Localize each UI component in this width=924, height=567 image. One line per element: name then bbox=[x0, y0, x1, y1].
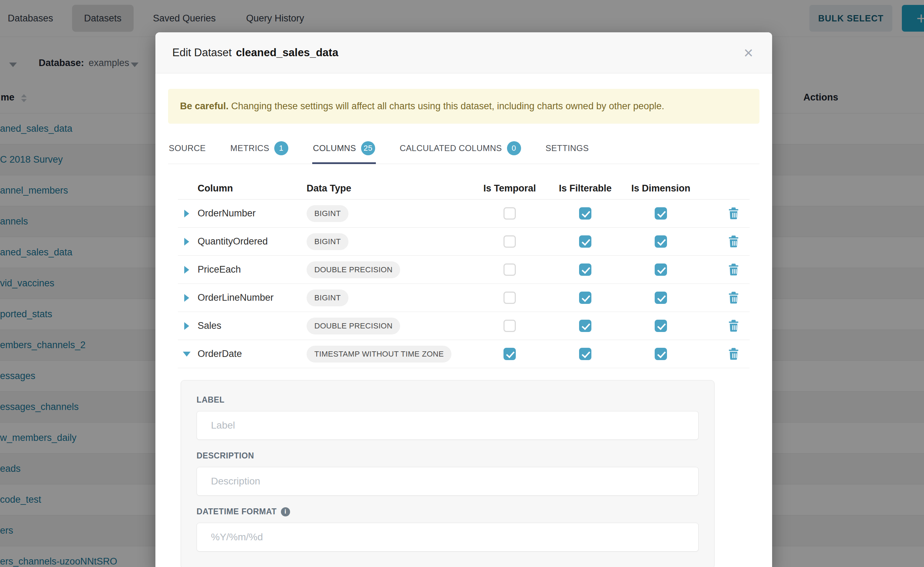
datetime-format-input[interactable] bbox=[197, 523, 698, 552]
description-field-label: DESCRIPTION bbox=[197, 451, 698, 460]
description-input[interactable] bbox=[197, 467, 698, 496]
close-icon[interactable]: × bbox=[742, 44, 755, 61]
tab-settings[interactable]: SETTINGS bbox=[545, 136, 590, 164]
is-dimension-checkbox[interactable] bbox=[655, 348, 667, 360]
column-name: OrderDate bbox=[198, 348, 307, 359]
column-row: Sales DOUBLE PRECISION bbox=[178, 312, 749, 340]
delete-column-button[interactable] bbox=[718, 207, 749, 220]
column-row: OrderDate TIMESTAMP WITHOUT TIME ZONE bbox=[178, 340, 749, 368]
tab-label: COLUMNS bbox=[313, 143, 356, 153]
edit-dataset-modal: Edit Dataset cleaned_sales_data × Be car… bbox=[155, 32, 772, 567]
warning-banner: Be careful. Changing these settings will… bbox=[168, 89, 760, 124]
delete-column-button[interactable] bbox=[718, 320, 749, 332]
is-filterable-checkbox[interactable] bbox=[579, 236, 591, 248]
info-icon[interactable]: i bbox=[281, 507, 290, 516]
column-edit-panel: LABEL DESCRIPTION DATETIME FORMAT i bbox=[181, 380, 715, 567]
is-temporal-checkbox[interactable] bbox=[504, 320, 516, 332]
delete-column-button[interactable] bbox=[718, 264, 749, 276]
column-row: OrderNumber BIGINT bbox=[178, 200, 749, 228]
data-type-pill: BIGINT bbox=[307, 205, 348, 222]
is-dimension-checkbox[interactable] bbox=[655, 292, 667, 304]
is-filterable-checkbox[interactable] bbox=[579, 207, 591, 220]
is-filterable-checkbox[interactable] bbox=[579, 292, 591, 304]
modal-body: Be careful. Changing these settings will… bbox=[155, 74, 772, 567]
description-field-group: DESCRIPTION bbox=[197, 451, 698, 496]
label-field-label: LABEL bbox=[197, 395, 698, 405]
column-header: Column bbox=[198, 183, 307, 194]
column-name: QuantityOrdered bbox=[198, 236, 307, 247]
column-row: OrderLineNumber BIGINT bbox=[178, 284, 749, 312]
tab-calculated-columns[interactable]: CALCULATED COLUMNS 0 bbox=[399, 136, 522, 164]
column-name: OrderNumber bbox=[198, 208, 307, 219]
tab-source[interactable]: SOURCE bbox=[168, 136, 206, 164]
expand-caret-icon[interactable] bbox=[184, 266, 189, 274]
data-type-pill: TIMESTAMP WITHOUT TIME ZONE bbox=[307, 346, 451, 363]
tab-count-badge: 0 bbox=[507, 141, 521, 155]
is-filterable-header: Is Filterable bbox=[548, 183, 623, 194]
datetime-format-field-group: DATETIME FORMAT i bbox=[197, 507, 698, 552]
data-type-pill: DOUBLE PRECISION bbox=[307, 261, 400, 278]
tab-count-badge: 1 bbox=[274, 141, 288, 155]
modal-title-dataset-name: cleaned_sales_data bbox=[236, 46, 338, 59]
columns-table-header: Column Data Type Is Temporal Is Filterab… bbox=[178, 177, 749, 200]
tab-label: CALCULATED COLUMNS bbox=[400, 143, 502, 153]
is-temporal-header: Is Temporal bbox=[472, 183, 548, 194]
warning-bold-text: Be careful. bbox=[180, 101, 229, 111]
is-dimension-checkbox[interactable] bbox=[655, 236, 667, 248]
is-temporal-checkbox[interactable] bbox=[504, 348, 516, 360]
modal-tabs: SOURCE METRICS 1 COLUMNS 25 CALCULATED C… bbox=[168, 136, 760, 164]
is-temporal-checkbox[interactable] bbox=[504, 264, 516, 276]
datetime-format-field-label: DATETIME FORMAT i bbox=[197, 507, 698, 516]
tab-count-badge: 25 bbox=[361, 141, 375, 155]
data-type-header: Data Type bbox=[307, 183, 472, 194]
label-field-group: LABEL bbox=[197, 395, 698, 440]
tab-metrics[interactable]: METRICS 1 bbox=[230, 136, 289, 164]
tab-label: METRICS bbox=[230, 143, 269, 153]
label-input[interactable] bbox=[197, 411, 698, 440]
is-filterable-checkbox[interactable] bbox=[579, 264, 591, 276]
column-row: QuantityOrdered BIGINT bbox=[178, 228, 749, 256]
column-row: PriceEach DOUBLE PRECISION bbox=[178, 256, 749, 284]
data-type-pill: DOUBLE PRECISION bbox=[307, 318, 400, 334]
is-temporal-checkbox[interactable] bbox=[504, 236, 516, 248]
is-temporal-checkbox[interactable] bbox=[504, 207, 516, 220]
columns-table-body: OrderNumber BIGINT QuantityOrdered BIGIN… bbox=[178, 200, 749, 368]
expand-caret-icon[interactable] bbox=[184, 238, 189, 246]
is-dimension-checkbox[interactable] bbox=[655, 320, 667, 332]
warning-text: Changing these settings will affect all … bbox=[229, 101, 664, 111]
tab-label: SETTINGS bbox=[546, 143, 589, 153]
is-filterable-checkbox[interactable] bbox=[579, 348, 591, 360]
column-name: Sales bbox=[198, 320, 307, 331]
is-temporal-checkbox[interactable] bbox=[504, 292, 516, 304]
delete-column-button[interactable] bbox=[718, 292, 749, 304]
modal-title: Edit Dataset bbox=[172, 46, 232, 59]
expand-caret-icon[interactable] bbox=[183, 352, 191, 357]
data-type-pill: BIGINT bbox=[307, 233, 348, 250]
column-name: PriceEach bbox=[198, 264, 307, 275]
expand-caret-icon[interactable] bbox=[184, 210, 189, 218]
is-dimension-checkbox[interactable] bbox=[655, 207, 667, 220]
is-dimension-checkbox[interactable] bbox=[655, 264, 667, 276]
data-type-pill: BIGINT bbox=[307, 290, 348, 306]
modal-header: Edit Dataset cleaned_sales_data × bbox=[155, 32, 772, 74]
is-filterable-checkbox[interactable] bbox=[579, 320, 591, 332]
tab-label: SOURCE bbox=[169, 143, 206, 153]
columns-table: Column Data Type Is Temporal Is Filterab… bbox=[178, 177, 749, 368]
delete-column-button[interactable] bbox=[718, 236, 749, 248]
expand-caret-icon[interactable] bbox=[184, 322, 189, 330]
expand-caret-icon[interactable] bbox=[184, 294, 189, 302]
is-dimension-header: Is Dimension bbox=[623, 183, 698, 194]
column-name: OrderLineNumber bbox=[198, 292, 307, 303]
app-window: Databases Datasets Saved Queries Query H… bbox=[0, 0, 924, 567]
delete-column-button[interactable] bbox=[718, 348, 749, 360]
tab-columns[interactable]: COLUMNS 25 bbox=[312, 136, 376, 164]
